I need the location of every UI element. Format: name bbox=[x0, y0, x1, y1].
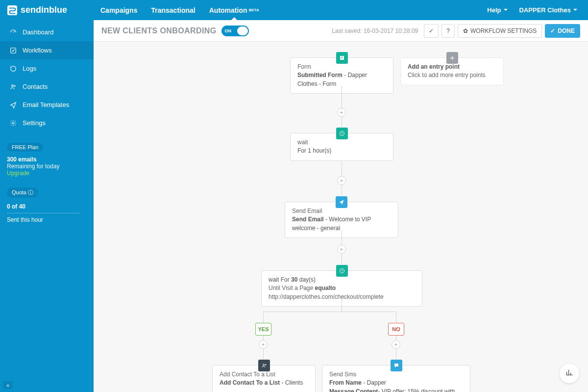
sidebar-item-workflows[interactable]: Workflows bbox=[0, 41, 94, 59]
chevron-left-icon: « bbox=[6, 382, 9, 388]
connector bbox=[396, 349, 396, 359]
plan-sub: Remaining for today bbox=[7, 163, 87, 170]
node-wait-1[interactable]: wait For 1 hour(s) bbox=[290, 133, 393, 161]
add-step-button[interactable]: + bbox=[337, 176, 346, 185]
workflow-toggle[interactable]: ON bbox=[221, 26, 249, 36]
node-label: wait bbox=[297, 138, 386, 147]
done-button[interactable]: ✓DONE bbox=[545, 24, 580, 38]
node-add-entry[interactable]: ＋ Add an entry point Click to add more e… bbox=[400, 57, 504, 85]
help-button[interactable]: ? bbox=[441, 24, 455, 38]
sidebar: Dashboard Workflows Logs Contacts Email … bbox=[0, 20, 94, 392]
history-icon bbox=[9, 65, 18, 72]
toggle-knob bbox=[237, 26, 248, 35]
check-icon: ✓ bbox=[550, 27, 555, 34]
sidebar-item-label: Contacts bbox=[23, 83, 48, 90]
toggle-label: ON bbox=[225, 28, 232, 33]
toggle-pill: ON bbox=[221, 26, 249, 36]
wait-icon bbox=[336, 265, 348, 277]
node-label: Send Email bbox=[292, 207, 391, 215]
branch-no[interactable]: NO bbox=[388, 323, 404, 336]
topbar-right: Help DAPPER Clothes bbox=[481, 0, 588, 20]
plan-box: FREE Plan 300 emails Remaining for today… bbox=[7, 143, 87, 177]
workflow-settings-button[interactable]: ✿WORKFLOW SETTINGS bbox=[458, 24, 542, 38]
help-dropdown[interactable]: Help bbox=[481, 6, 513, 14]
sidebar-item-label: Email Templates bbox=[23, 101, 69, 108]
node-label: Send Sms bbox=[329, 370, 463, 379]
sms-icon bbox=[391, 360, 402, 371]
node-send-sms[interactable]: Send Sms From Name - Dapper Message Cont… bbox=[322, 365, 470, 392]
stats-button[interactable] bbox=[560, 364, 579, 383]
page-header: NEW CLIENTS ONBOARDING ON Last saved: 16… bbox=[94, 20, 588, 42]
check-icon: ✓ bbox=[429, 27, 434, 34]
quota-sub: Sent this hour bbox=[7, 216, 87, 223]
connector bbox=[263, 349, 264, 359]
sidebar-item-label: Dashboard bbox=[23, 28, 54, 36]
topnav-transactional[interactable]: Transactional bbox=[144, 0, 202, 20]
chart-icon bbox=[565, 368, 573, 378]
svg-point-2 bbox=[12, 84, 14, 86]
brand-logo[interactable]: sendinblue bbox=[0, 5, 94, 16]
add-step-button[interactable]: + bbox=[337, 108, 346, 117]
send-icon bbox=[9, 102, 18, 108]
users-icon bbox=[9, 83, 18, 90]
sidebar-item-contacts[interactable]: Contacts bbox=[0, 78, 94, 96]
node-label: Add Contact To a List bbox=[220, 370, 308, 379]
form-icon bbox=[336, 52, 348, 64]
connector bbox=[263, 312, 396, 312]
plus-icon: ＋ bbox=[446, 52, 458, 64]
sidebar-item-templates[interactable]: Email Templates bbox=[0, 96, 94, 114]
svg-point-4 bbox=[12, 122, 14, 124]
topnav-automation[interactable]: AutomationBETA bbox=[202, 0, 266, 20]
sidebar-item-logs[interactable]: Logs bbox=[0, 59, 94, 78]
add-step-button[interactable]: + bbox=[337, 245, 346, 254]
connector bbox=[263, 312, 264, 323]
quota-count: 0 of 40 bbox=[7, 203, 87, 210]
plan-pill[interactable]: FREE Plan bbox=[7, 143, 43, 152]
last-saved: Last saved: 16-03-2017 10:28:09 bbox=[332, 27, 418, 34]
add-contact-icon bbox=[258, 360, 270, 371]
add-step-button[interactable]: + bbox=[392, 340, 400, 349]
node-detail: Message Content- VIP offer: 15% discount… bbox=[329, 388, 463, 392]
sidebar-item-label: Settings bbox=[23, 119, 46, 127]
plan-count: 300 emails bbox=[7, 156, 87, 163]
connector bbox=[342, 117, 342, 127]
brand-icon bbox=[7, 5, 18, 16]
topbar: sendinblue Campaigns Transactional Autom… bbox=[0, 0, 588, 20]
chevron-down-icon bbox=[504, 9, 508, 13]
node-label: Form bbox=[297, 63, 386, 71]
sidebar-item-label: Logs bbox=[23, 65, 36, 72]
upgrade-link[interactable]: Upgrade bbox=[7, 170, 87, 177]
connector bbox=[396, 312, 396, 323]
quota-pill[interactable]: Quota ⓘ bbox=[7, 187, 38, 198]
node-detail: Add Contact To a List - Clients bbox=[220, 379, 308, 387]
node-add-to-list[interactable]: Add Contact To a List Add Contact To a L… bbox=[212, 365, 316, 392]
branch-yes[interactable]: YES bbox=[255, 323, 271, 336]
sidebar-item-settings[interactable]: Settings bbox=[0, 114, 94, 132]
connector bbox=[342, 299, 342, 312]
node-detail: For 1 hour(s) bbox=[297, 147, 386, 155]
divider bbox=[7, 213, 80, 213]
quota-box: Quota ⓘ 0 of 40 Sent this hour bbox=[7, 187, 87, 223]
node-detail: Click to add more entry points bbox=[408, 71, 496, 79]
svg-point-3 bbox=[14, 85, 15, 86]
sidebar-item-dashboard[interactable]: Dashboard bbox=[0, 23, 94, 41]
chevron-down-icon bbox=[573, 9, 577, 13]
collapse-sidebar-button[interactable]: « bbox=[3, 381, 13, 389]
connector bbox=[342, 185, 342, 195]
gear-icon: ✿ bbox=[463, 27, 468, 34]
sidebar-item-label: Workflows bbox=[23, 47, 52, 54]
svg-point-8 bbox=[263, 364, 264, 366]
brand-name: sendinblue bbox=[21, 5, 67, 15]
connector bbox=[342, 161, 342, 176]
account-dropdown[interactable]: DAPPER Clothes bbox=[514, 6, 583, 14]
dashboard-icon bbox=[9, 29, 18, 36]
save-button[interactable]: ✓ bbox=[424, 24, 439, 38]
topnav-campaigns[interactable]: Campaigns bbox=[94, 0, 144, 20]
page-header-right: Last saved: 16-03-2017 10:28:09 ✓ ? ✿WOR… bbox=[332, 24, 580, 38]
help-icon: ? bbox=[446, 27, 450, 34]
workflow-canvas[interactable]: Form Submitted Form - Dapper Clothes - F… bbox=[94, 42, 588, 392]
workflow-icon bbox=[9, 47, 18, 54]
connector bbox=[342, 230, 342, 245]
node-label: wait For 30 day(s) bbox=[269, 276, 415, 284]
add-step-button[interactable]: + bbox=[259, 340, 268, 349]
